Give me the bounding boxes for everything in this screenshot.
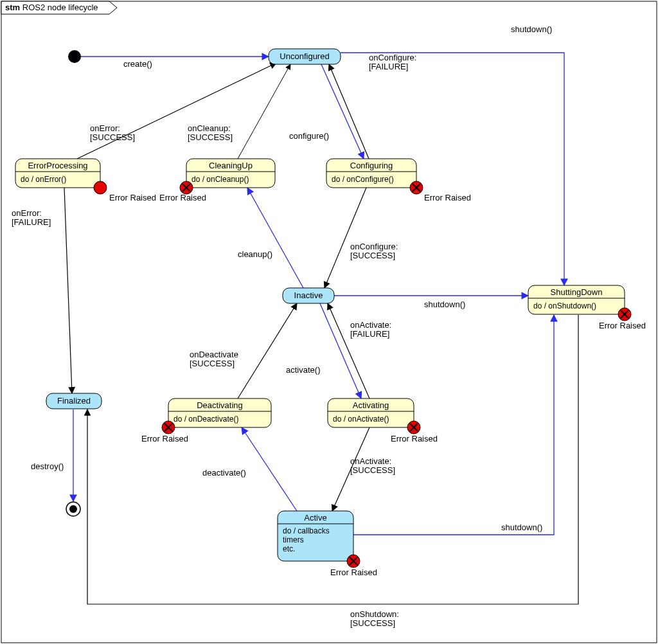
error-raised-label: Error Raised — [599, 321, 646, 330]
svg-text:do / onCleanup(): do / onCleanup() — [191, 175, 249, 184]
error-raised-label: Error Raised — [109, 193, 156, 202]
label-cleanup: cleanup() — [238, 249, 272, 259]
state-errorprocessing: ErrorProcessing do / onError() Error Rai… — [15, 159, 156, 202]
state-finalized: Finalized — [46, 393, 102, 409]
state-deactivating: Deactivating do / onDeactivate() Error R… — [141, 398, 271, 443]
label-onConfigureSuccess: onConfigure:[SUCCESS] — [350, 242, 398, 260]
label-onActivateFail: onActivate:[FAILURE] — [350, 320, 391, 339]
label-onCleanupSuccess: onCleanup:[SUCCESS] — [188, 123, 233, 142]
svg-text:do / onShutdown(): do / onShutdown() — [533, 301, 596, 310]
edge-onDeactivateSuccess — [238, 303, 297, 398]
edge-onConfigureFail — [329, 64, 369, 159]
label-onConfigureFail: onConfigure:[FAILURE] — [369, 53, 416, 71]
svg-text:ErrorProcessing: ErrorProcessing — [28, 161, 87, 170]
label-onDeactivateSuccess: onDeactivate[SUCCESS] — [190, 350, 238, 368]
label-shutdown3: shutdown() — [501, 523, 542, 532]
error-raised-label: Error Raised — [159, 193, 206, 202]
svg-text:do / onActivate(): do / onActivate() — [333, 415, 389, 424]
state-cleaningup: CleaningUp do / onCleanup() Error Raised — [159, 159, 275, 202]
state-configuring: Configuring do / onConfigure() Error Rai… — [326, 159, 471, 202]
error-raised-label: Error Raised — [391, 434, 438, 443]
state-machine-diagram: stm ROS2 node lifecycle create() configu… — [0, 0, 658, 644]
edge-cleanup — [247, 188, 303, 288]
edge-onErrorSuccess — [77, 63, 276, 159]
label-destroy: destroy() — [31, 461, 64, 471]
error-raised-label: Error Raised — [141, 434, 188, 443]
svg-text:Unconfigured: Unconfigured — [280, 51, 329, 61]
svg-text:do / onConfigure(): do / onConfigure() — [332, 175, 394, 184]
state-activating: Activating do / onActivate() Error Raise… — [328, 398, 438, 443]
edge-configure — [321, 64, 364, 159]
edge-onCleanupSuccess — [238, 64, 290, 159]
svg-point-2 — [69, 505, 77, 513]
edge-activate — [320, 303, 361, 398]
state-unconfigured: Unconfigured — [269, 49, 341, 64]
label-deactivate: deactivate() — [202, 468, 246, 478]
final-state-icon — [66, 502, 80, 516]
error-raised-label: Error Raised — [424, 193, 471, 202]
label-onActivateSuccess: onActivate:[SUCCESS] — [350, 456, 395, 475]
state-shuttingdown: ShuttingDown do / onShutdown() Error Rai… — [528, 285, 646, 330]
svg-text:Inactive: Inactive — [294, 291, 323, 300]
edge-onErrorFail — [64, 188, 72, 393]
edge-onConfigureSuccess — [325, 188, 366, 288]
label-onErrorSuccess: onError:[SUCCESS] — [90, 123, 135, 142]
error-raised-label: Error Raised — [330, 568, 377, 577]
edge-onActivateFail — [328, 303, 369, 398]
label-shutdown1: shutdown() — [511, 24, 552, 34]
svg-text:Deactivating: Deactivating — [197, 400, 243, 410]
state-inactive: Inactive — [283, 288, 334, 303]
svg-text:ShuttingDown: ShuttingDown — [551, 287, 603, 297]
label-activate: activate() — [286, 365, 320, 375]
state-active: Active do / callbacks timers etc. Error … — [278, 511, 377, 577]
svg-text:Activating: Activating — [353, 400, 389, 410]
error-dot-icon — [94, 181, 107, 194]
svg-text:do / onDeactivate(): do / onDeactivate() — [173, 415, 238, 424]
label-shutdown2: shutdown() — [424, 300, 465, 309]
label-configure: configure() — [289, 131, 329, 141]
svg-text:Configuring: Configuring — [350, 161, 393, 170]
frame-title: stm ROS2 node lifecycle — [5, 3, 98, 12]
svg-text:Finalized: Finalized — [57, 396, 91, 406]
label-create: create() — [123, 59, 152, 69]
svg-text:Active: Active — [304, 513, 326, 523]
label-onErrorFail: onError:[FAILURE] — [12, 208, 51, 227]
svg-text:CleaningUp: CleaningUp — [209, 161, 253, 170]
label-onShutdownSuccess: onShutdown:[SUCCESS] — [350, 609, 399, 628]
edge-deactivate — [242, 427, 297, 511]
svg-text:do / onError(): do / onError() — [21, 175, 66, 184]
initial-state-icon — [68, 50, 81, 63]
